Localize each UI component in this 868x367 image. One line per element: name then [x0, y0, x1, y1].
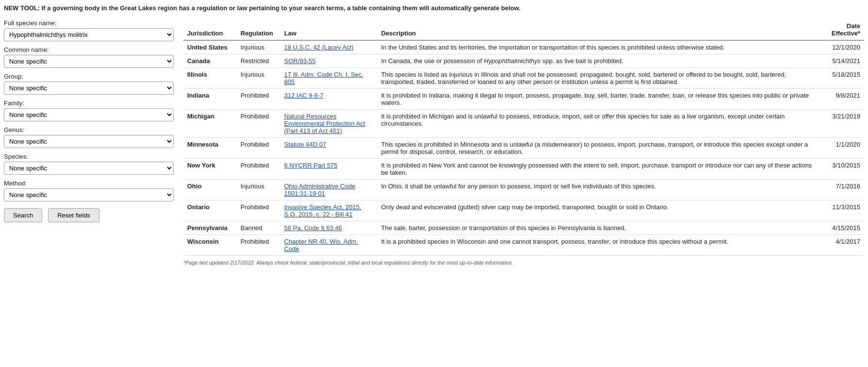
cell-jurisdiction: Wisconsin — [183, 235, 237, 256]
species-label: Species: — [4, 153, 174, 160]
cell-date: 4/15/2015 — [820, 221, 864, 235]
cell-description: The sale, barter, possession or transpor… — [377, 221, 820, 235]
law-link[interactable]: 58 Pa. Code § 63.46 — [284, 224, 342, 232]
cell-jurisdiction: Pennsylvania — [183, 221, 237, 235]
cell-date: 5/18/2015 — [820, 68, 864, 89]
cell-regulation: Prohibited — [237, 235, 280, 256]
family-field: Family: None specific — [4, 100, 174, 121]
cell-regulation: Injurious — [237, 68, 280, 89]
law-link[interactable]: 17 Ill. Adm. Code Ch. I, Sec. 805 — [284, 71, 363, 85]
law-link[interactable]: Invasive Species Act, 2015, S.O. 2015, c… — [284, 203, 361, 218]
right-panel: Jurisdiction Regulation Law Description … — [183, 19, 864, 266]
col-header-law: Law — [280, 19, 377, 40]
cell-law[interactable]: 18 U.S.C. 42 (Lacey Act) — [280, 40, 377, 54]
col-header-description: Description — [377, 19, 820, 40]
regulations-table: Jurisdiction Regulation Law Description … — [183, 19, 864, 256]
search-button[interactable]: Search — [4, 208, 42, 222]
table-row: MichiganProhibitedNatural Resources Envi… — [183, 110, 864, 138]
law-link[interactable]: Ohio Administrative Code 1501:31-19-01 — [284, 183, 355, 197]
law-link[interactable]: 312 IAC 9-6-7 — [284, 92, 323, 99]
cell-jurisdiction: New York — [183, 159, 237, 180]
cell-regulation: Banned — [237, 221, 280, 235]
banner: NEW TOOL: If a governing body in the Gre… — [4, 4, 864, 13]
genus-select[interactable]: None specific — [4, 135, 174, 148]
law-link[interactable]: 6 NYCRR Part 575 — [284, 162, 338, 169]
cell-law[interactable]: 6 NYCRR Part 575 — [280, 159, 377, 180]
cell-law[interactable]: Invasive Species Act, 2015, S.O. 2015, c… — [280, 200, 377, 221]
cell-regulation: Prohibited — [237, 89, 280, 110]
full-species-label: Full species name: — [4, 19, 174, 27]
cell-date: 1/1/2020 — [820, 138, 864, 159]
col-header-jurisdiction: Jurisdiction — [183, 19, 237, 40]
cell-date: 3/21/2019 — [820, 110, 864, 138]
cell-jurisdiction: Minnesota — [183, 138, 237, 159]
species-select[interactable]: None specific — [4, 162, 174, 175]
col-header-regulation: Regulation — [237, 19, 280, 40]
table-row: OhioInjuriousOhio Administrative Code 15… — [183, 180, 864, 200]
full-species-field: Full species name: Hypophthalmichthys mo… — [4, 19, 174, 41]
cell-date: 3/10/2015 — [820, 159, 864, 180]
table-row: CanadaRestrictedSOR/93-55In Canada, the … — [183, 54, 864, 68]
cell-regulation: Prohibited — [237, 200, 280, 221]
group-select[interactable]: None specific — [4, 82, 174, 95]
cell-description: It is prohibited in New York and cannot … — [377, 159, 820, 180]
cell-description: In Canada, the use or possession of Hypo… — [377, 54, 820, 68]
cell-regulation: Restricted — [237, 54, 280, 68]
common-name-select[interactable]: None specific — [4, 55, 174, 68]
common-name-field: Common name: None specific — [4, 46, 174, 68]
footer-note: *Page last updated 2/17/2022. Always che… — [183, 260, 864, 266]
cell-description: It is a prohibited species in Wisconsin … — [377, 235, 820, 256]
cell-date: 7/1/2016 — [820, 180, 864, 200]
law-link[interactable]: Natural Resources Environmental Protecti… — [284, 113, 365, 134]
cell-law[interactable]: Natural Resources Environmental Protecti… — [280, 110, 377, 138]
method-select[interactable]: None specific — [4, 188, 174, 201]
cell-regulation: Prohibited — [237, 138, 280, 159]
law-link[interactable]: SOR/93-55 — [284, 57, 316, 65]
table-row: IndianaProhibited312 IAC 9-6-7It is proh… — [183, 89, 864, 110]
cell-jurisdiction: Illinois — [183, 68, 237, 89]
left-panel: Full species name: Hypophthalmichthys mo… — [4, 19, 174, 222]
species-field: Species: None specific — [4, 153, 174, 175]
law-link[interactable]: 18 U.S.C. 42 (Lacey Act) — [284, 44, 354, 51]
cell-regulation: Prohibited — [237, 159, 280, 180]
table-row: MinnesotaProhibitedStatute 84D.07This sp… — [183, 138, 864, 159]
cell-date: 9/8/2021 — [820, 89, 864, 110]
cell-regulation: Prohibited — [237, 110, 280, 138]
cell-jurisdiction: Michigan — [183, 110, 237, 138]
method-field: Method: None specific — [4, 180, 174, 201]
law-link[interactable]: Chapter NR 40, Wis. Adm. Code — [284, 238, 358, 252]
law-link[interactable]: Statute 84D.07 — [284, 141, 326, 148]
cell-law[interactable]: Chapter NR 40, Wis. Adm. Code — [280, 235, 377, 256]
cell-date: 5/14/2021 — [820, 54, 864, 68]
cell-regulation: Injurious — [237, 180, 280, 200]
cell-date: 12/1/2020 — [820, 40, 864, 54]
cell-regulation: Injurious — [237, 40, 280, 54]
cell-date: 11/3/2015 — [820, 200, 864, 221]
cell-jurisdiction: Ohio — [183, 180, 237, 200]
reset-button[interactable]: Reset fields — [48, 208, 99, 222]
genus-field: Genus: None specific — [4, 126, 174, 148]
table-row: OntarioProhibitedInvasive Species Act, 2… — [183, 200, 864, 221]
table-header-row: Jurisdiction Regulation Law Description … — [183, 19, 864, 40]
cell-description: Only dead and eviscerated (gutted) silve… — [377, 200, 820, 221]
cell-jurisdiction: United States — [183, 40, 237, 54]
cell-law[interactable]: 312 IAC 9-6-7 — [280, 89, 377, 110]
cell-law[interactable]: SOR/93-55 — [280, 54, 377, 68]
cell-description: This species is prohibited in Minnesota … — [377, 138, 820, 159]
common-name-label: Common name: — [4, 46, 174, 53]
cell-description: This species is listed as injurious in I… — [377, 68, 820, 89]
full-species-select[interactable]: Hypophthalmichthys molitrix — [4, 28, 174, 41]
group-label: Group: — [4, 73, 174, 80]
button-row: Search Reset fields — [4, 208, 174, 222]
cell-law[interactable]: 58 Pa. Code § 63.46 — [280, 221, 377, 235]
cell-jurisdiction: Ontario — [183, 200, 237, 221]
cell-law[interactable]: Statute 84D.07 — [280, 138, 377, 159]
cell-description: In Ohio, it shall be unlawful for any pe… — [377, 180, 820, 200]
table-row: United StatesInjurious18 U.S.C. 42 (Lace… — [183, 40, 864, 54]
cell-law[interactable]: 17 Ill. Adm. Code Ch. I, Sec. 805 — [280, 68, 377, 89]
family-select[interactable]: None specific — [4, 108, 174, 121]
cell-jurisdiction: Canada — [183, 54, 237, 68]
cell-law[interactable]: Ohio Administrative Code 1501:31-19-01 — [280, 180, 377, 200]
cell-description: It is prohibited in Michigan and is unla… — [377, 110, 820, 138]
col-header-date: DateEffective* — [820, 19, 864, 40]
